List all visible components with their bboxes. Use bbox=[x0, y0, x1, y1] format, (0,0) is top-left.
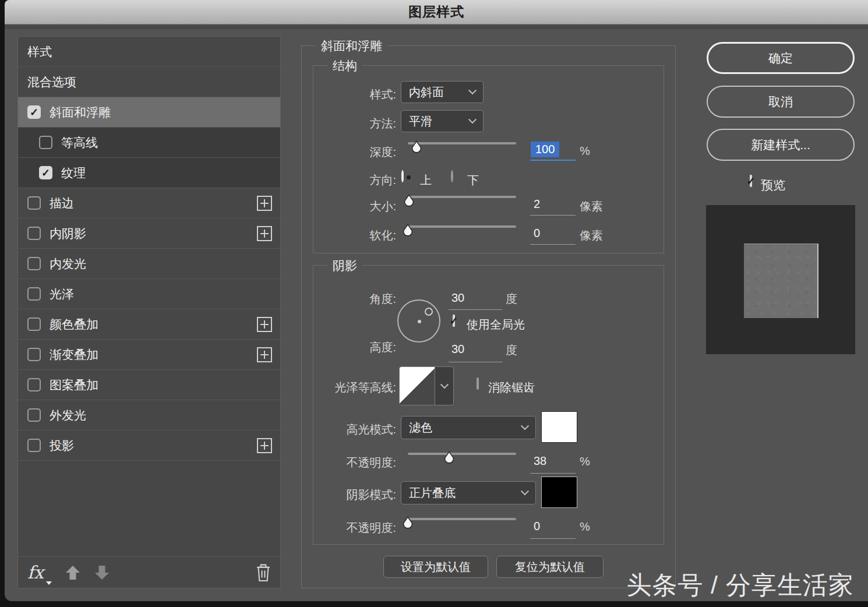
add-gradient-overlay-icon[interactable] bbox=[257, 347, 272, 362]
highlight-opacity-unit: % bbox=[580, 455, 590, 468]
altitude-value-underline bbox=[449, 362, 502, 362]
shadow-opacity-value-field[interactable]: 0 bbox=[534, 520, 540, 533]
depth-value-field[interactable]: 100 bbox=[531, 142, 559, 157]
direction-up-radio[interactable] bbox=[401, 170, 404, 182]
gloss-contour-thumbnail[interactable] bbox=[400, 367, 435, 405]
highlight-color-swatch[interactable] bbox=[541, 411, 577, 443]
use-global-light-checkbox[interactable] bbox=[453, 315, 455, 327]
soften-slider-thumb[interactable] bbox=[401, 224, 414, 238]
sidebar-item-gradient-overlay[interactable]: 渐变叠加 bbox=[18, 340, 280, 370]
size-unit: 像素 bbox=[580, 199, 603, 214]
sidebar-item-inner-glow[interactable]: 内发光 bbox=[18, 249, 280, 279]
sidebar-item-stroke[interactable]: 描边 bbox=[18, 188, 280, 218]
direction-down-radio[interactable] bbox=[451, 170, 453, 182]
angle-dial-marker[interactable] bbox=[425, 308, 433, 316]
shadow-opacity-slider[interactable] bbox=[408, 516, 516, 532]
drop-shadow-checkbox[interactable] bbox=[27, 439, 41, 452]
altitude-value-field[interactable]: 30 bbox=[451, 343, 464, 356]
trash-icon[interactable] bbox=[255, 563, 272, 583]
chevron-down-icon bbox=[521, 487, 529, 495]
outer-glow-checkbox[interactable] bbox=[27, 408, 41, 422]
inner-shadow-checkbox[interactable] bbox=[27, 227, 41, 240]
shadow-opacity-track[interactable] bbox=[408, 518, 516, 520]
sidebar-item-satin[interactable]: 光泽 bbox=[18, 279, 280, 309]
highlight-opacity-label: 不透明度: bbox=[291, 455, 396, 471]
sidebar-item-styles[interactable]: 样式 bbox=[18, 37, 280, 67]
shadow-opacity-underline bbox=[530, 538, 576, 539]
technique-select[interactable]: 平滑 bbox=[401, 110, 484, 132]
add-inner-shadow-icon[interactable] bbox=[257, 226, 272, 241]
shadow-opacity-thumb[interactable] bbox=[401, 516, 414, 531]
sidebar-item-drop-shadow[interactable]: 投影 bbox=[18, 430, 280, 461]
add-stroke-icon[interactable] bbox=[257, 196, 272, 211]
add-color-overlay-icon[interactable] bbox=[257, 317, 272, 332]
gloss-contour-picker[interactable] bbox=[399, 366, 454, 405]
cancel-button[interactable]: 取消 bbox=[707, 86, 855, 118]
highlight-mode-select[interactable]: 滤色 bbox=[401, 416, 536, 439]
size-slider-track[interactable] bbox=[408, 196, 516, 198]
size-slider-thumb[interactable] bbox=[403, 194, 415, 209]
sidebar-item-inner-shadow[interactable]: 内阴影 bbox=[18, 218, 280, 249]
size-label: 大小: bbox=[291, 199, 396, 214]
preview-checkbox[interactable] bbox=[750, 175, 752, 187]
gloss-contour-dropdown[interactable] bbox=[435, 367, 453, 405]
size-value-field[interactable]: 2 bbox=[534, 197, 540, 211]
style-selected-value: 内斜面 bbox=[409, 84, 444, 100]
soften-slider[interactable] bbox=[408, 224, 516, 240]
antialias-label: 消除锯齿 bbox=[488, 380, 535, 396]
depth-slider-thumb[interactable] bbox=[410, 140, 423, 155]
reset-default-button[interactable]: 复位为默认值 bbox=[496, 556, 604, 578]
angle-dial[interactable] bbox=[397, 299, 440, 343]
angle-unit: 度 bbox=[506, 291, 517, 307]
soften-slider-track[interactable] bbox=[408, 225, 516, 228]
sidebar-item-pattern-overlay[interactable]: 图案叠加 bbox=[18, 370, 280, 400]
sidebar-item-contour[interactable]: 等高线 bbox=[18, 128, 280, 158]
style-select[interactable]: 内斜面 bbox=[401, 81, 484, 103]
antialias-checkbox[interactable] bbox=[477, 377, 479, 390]
sidebar-item-label: 内发光 bbox=[50, 256, 86, 272]
watermark-text: 头条号 / 分享生活家 bbox=[626, 569, 854, 602]
depth-slider[interactable] bbox=[408, 140, 516, 157]
sidebar-item-label: 纹理 bbox=[61, 165, 86, 181]
sidebar-item-label: 混合选项 bbox=[27, 74, 76, 90]
highlight-opacity-slider[interactable] bbox=[408, 451, 516, 467]
new-style-button[interactable]: 新建样式... bbox=[707, 129, 855, 161]
color-overlay-checkbox[interactable] bbox=[27, 317, 41, 331]
highlight-opacity-track[interactable] bbox=[408, 453, 516, 455]
shadow-color-swatch[interactable] bbox=[541, 477, 577, 508]
sidebar-item-bevel-emboss[interactable]: 斜面和浮雕 bbox=[18, 97, 280, 128]
inner-glow-checkbox[interactable] bbox=[27, 257, 41, 270]
angle-value-field[interactable]: 30 bbox=[451, 291, 464, 305]
technique-label: 方法: bbox=[291, 116, 396, 132]
shadow-mode-select[interactable]: 正片叠底 bbox=[401, 481, 536, 504]
texture-checkbox[interactable] bbox=[39, 166, 52, 179]
sidebar-item-blending-options[interactable]: 混合选项 bbox=[18, 67, 280, 97]
sidebar-item-texture[interactable]: 纹理 bbox=[18, 158, 280, 188]
title-bar[interactable]: 图层样式 bbox=[5, 0, 868, 24]
size-slider[interactable] bbox=[408, 194, 516, 210]
highlight-opacity-value-field[interactable]: 38 bbox=[534, 454, 546, 468]
satin-checkbox[interactable] bbox=[27, 287, 41, 301]
shadow-opacity-unit: % bbox=[580, 520, 590, 534]
angle-label: 角度: bbox=[291, 291, 396, 307]
sidebar-item-label: 渐变叠加 bbox=[50, 347, 98, 363]
move-up-icon[interactable] bbox=[63, 563, 82, 583]
contour-checkbox[interactable] bbox=[39, 136, 52, 149]
sidebar-item-outer-glow[interactable]: 外发光 bbox=[18, 400, 280, 430]
preview-label: 预览 bbox=[761, 177, 785, 193]
pattern-overlay-checkbox[interactable] bbox=[27, 378, 41, 391]
angle-value-underline bbox=[449, 309, 502, 310]
stroke-checkbox[interactable] bbox=[27, 196, 41, 210]
add-drop-shadow-icon[interactable] bbox=[257, 438, 272, 453]
set-default-button[interactable]: 设置为默认值 bbox=[383, 556, 488, 578]
bevel-emboss-checkbox[interactable] bbox=[27, 105, 41, 119]
depth-slider-track[interactable] bbox=[408, 142, 516, 144]
gradient-overlay-checkbox[interactable] bbox=[27, 348, 41, 361]
highlight-opacity-thumb[interactable] bbox=[443, 451, 456, 465]
sidebar-item-color-overlay[interactable]: 颜色叠加 bbox=[18, 309, 280, 340]
ok-button[interactable]: 确定 bbox=[707, 42, 855, 74]
fx-icon[interactable]: fx bbox=[27, 562, 44, 583]
chevron-down-icon bbox=[440, 380, 448, 389]
soften-value-field[interactable]: 0 bbox=[534, 227, 540, 240]
move-down-icon[interactable] bbox=[93, 563, 111, 583]
